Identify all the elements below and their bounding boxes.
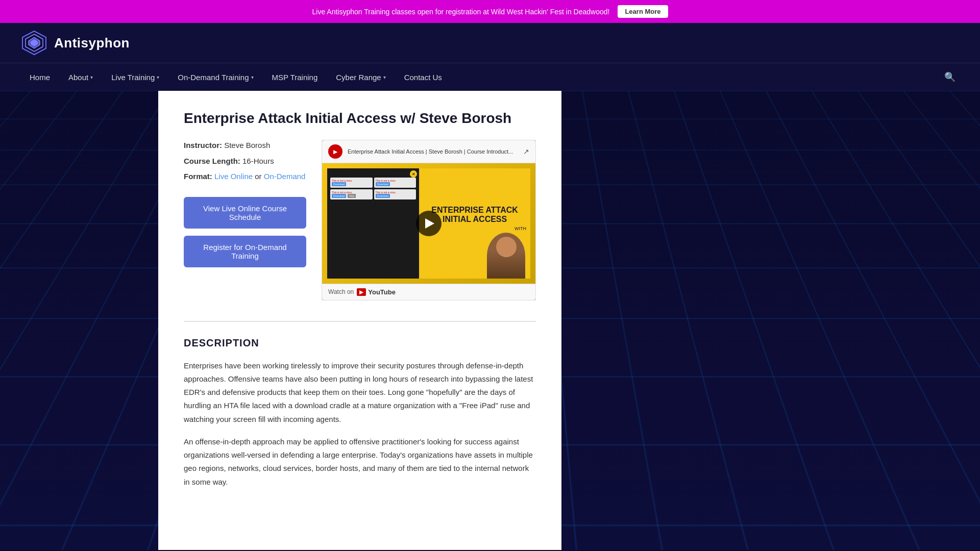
course-metadata: Instructor: Steve Borosh Course Length: … bbox=[184, 140, 306, 183]
share-icon[interactable]: ↗ bbox=[523, 147, 529, 156]
course-length-line: Course Length: 16-Hours bbox=[184, 156, 306, 167]
search-icon[interactable]: 🔍 bbox=[940, 63, 960, 91]
course-top-section: Instructor: Steve Borosh Course Length: … bbox=[184, 140, 536, 300]
content-area: Enterprise Attack Initial Access w/ Stev… bbox=[158, 91, 561, 550]
play-button[interactable] bbox=[416, 211, 442, 236]
description-heading: DESCRIPTION bbox=[184, 337, 536, 349]
video-title: Enterprise Attack Initial Access | Steve… bbox=[348, 148, 518, 155]
video-footer: Watch on ▶ YouTube bbox=[322, 284, 535, 300]
video-header: ▶ Enterprise Attack Initial Access | Ste… bbox=[322, 140, 535, 163]
youtube-icon: ▶ bbox=[357, 288, 366, 296]
nav-live-training[interactable]: Live Training ▾ bbox=[102, 65, 168, 90]
on-demand-link[interactable]: On-Demand bbox=[264, 172, 306, 181]
description-section: DESCRIPTION Enterprises have been workin… bbox=[184, 337, 536, 489]
site-header: Antisyphon bbox=[0, 23, 980, 63]
cyber-range-chevron: ▾ bbox=[383, 74, 386, 80]
live-training-chevron: ▾ bbox=[157, 74, 159, 80]
instructor-line: Instructor: Steve Borosh bbox=[184, 140, 306, 152]
description-paragraph-2: An offense-in-depth approach may be appl… bbox=[184, 435, 536, 489]
video-section: ▶ Enterprise Attack Initial Access | Ste… bbox=[322, 140, 536, 300]
nav-home[interactable]: Home bbox=[20, 65, 59, 90]
video-container: ▶ Enterprise Attack Initial Access | Ste… bbox=[322, 140, 536, 300]
section-divider bbox=[184, 321, 536, 322]
course-format-line: Format: Live Online or On-Demand bbox=[184, 171, 306, 183]
watch-on-label: Watch on bbox=[328, 288, 354, 295]
video-thumbnail[interactable]: ✕ This is not a virus. Download bbox=[322, 163, 535, 283]
logo-text: Antisyphon bbox=[54, 35, 130, 51]
ondemand-chevron: ▾ bbox=[251, 74, 254, 80]
live-online-link[interactable]: Live Online bbox=[214, 172, 253, 181]
learn-more-button[interactable]: Learn More bbox=[618, 5, 668, 18]
banner-text: Live Antisyphon Training classes open fo… bbox=[312, 8, 610, 16]
nav-about[interactable]: About ▾ bbox=[59, 65, 102, 90]
course-meta-section: Instructor: Steve Borosh Course Length: … bbox=[184, 140, 306, 300]
nav-ondemand-training[interactable]: On-Demand Training ▾ bbox=[168, 65, 262, 90]
register-ondemand-button[interactable]: Register for On-Demand Training bbox=[184, 236, 306, 267]
video-header-icons: ↗ bbox=[523, 147, 529, 156]
nav-msp-training[interactable]: MSP Training bbox=[263, 65, 327, 90]
antisyphon-logo-icon bbox=[20, 29, 48, 57]
about-chevron: ▾ bbox=[90, 74, 93, 80]
page-title: Enterprise Attack Initial Access w/ Stev… bbox=[184, 109, 536, 128]
main-nav: Home About ▾ Live Training ▾ On-Demand T… bbox=[0, 63, 980, 91]
nav-cyber-range[interactable]: Cyber Range ▾ bbox=[327, 65, 395, 90]
description-paragraph-1: Enterprises have been working tirelessly… bbox=[184, 359, 536, 426]
nav-contact-us[interactable]: Contact Us bbox=[395, 65, 451, 90]
logo-link[interactable]: Antisyphon bbox=[20, 29, 130, 57]
youtube-mini-logo: ▶ bbox=[328, 144, 342, 159]
top-banner: Live Antisyphon Training classes open fo… bbox=[0, 0, 980, 23]
page-wrapper: Enterprise Attack Initial Access w/ Stev… bbox=[0, 91, 980, 550]
view-schedule-button[interactable]: View Live Online Course Schedule bbox=[184, 197, 306, 229]
youtube-footer-logo: ▶ YouTube bbox=[357, 288, 396, 296]
